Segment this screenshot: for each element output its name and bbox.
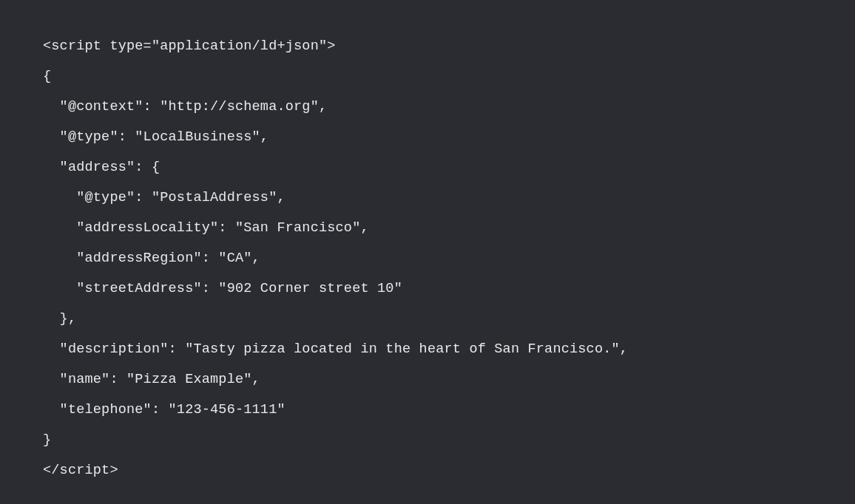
code-line: "telephone": "123-456-1111": [43, 402, 285, 418]
code-line: </script>: [43, 463, 118, 478]
code-line: <script type="application/ld+json">: [43, 38, 336, 54]
code-line: {: [43, 69, 51, 84]
code-line: "@type": "PostalAddress",: [43, 190, 285, 205]
code-line: "address": {: [43, 160, 160, 175]
code-line: "addressLocality": "San Francisco",: [43, 220, 369, 236]
code-line: },: [43, 311, 76, 327]
code-line: "streetAddress": "902 Corner street 10": [43, 281, 402, 296]
code-line: "name": "Pizza Example",: [43, 372, 260, 387]
code-line: }: [43, 432, 51, 448]
code-line: "addressRegion": "CA",: [43, 251, 260, 266]
code-line: "@context": "http://schema.org",: [43, 99, 327, 115]
code-line: "description": "Tasty pizza located in t…: [43, 341, 628, 357]
code-block: <script type="application/ld+json"> { "@…: [0, 0, 855, 486]
code-line: "@type": "LocalBusiness",: [43, 129, 268, 145]
